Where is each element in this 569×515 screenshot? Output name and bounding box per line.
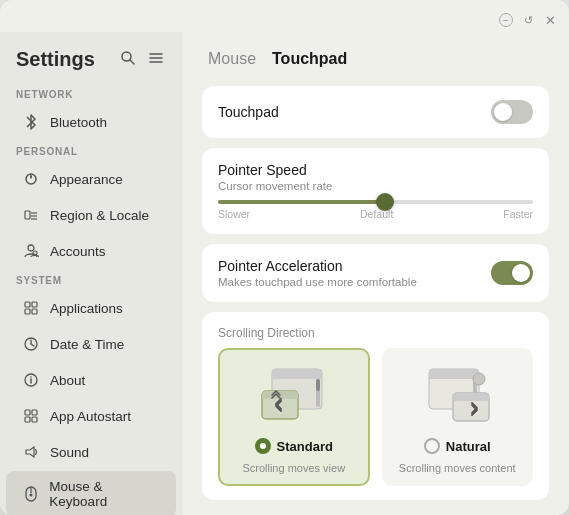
svg-rect-25 [32, 417, 37, 422]
autostart-icon [22, 407, 40, 425]
sidebar-item-region-label: Region & Locale [50, 208, 149, 223]
close-button[interactable]: ✕ [543, 13, 557, 27]
sidebar-item-accounts[interactable]: Accounts [6, 234, 176, 268]
region-icon [22, 206, 40, 224]
pointer-speed-sublabel: Cursor movement rate [218, 180, 533, 192]
pointer-acceleration-label: Pointer Acceleration [218, 258, 417, 274]
sidebar-item-mouse-label: Mouse & Keyboard [49, 479, 160, 509]
sidebar-item-datetime[interactable]: Date & Time [6, 327, 176, 361]
sidebar-item-autostart[interactable]: App Autostart [6, 399, 176, 433]
refresh-button[interactable]: ↺ [521, 13, 535, 27]
minimize-button[interactable]: − [499, 13, 513, 27]
sidebar-title: Settings [16, 48, 95, 71]
svg-marker-26 [26, 447, 34, 457]
sidebar-item-datetime-label: Date & Time [50, 337, 124, 352]
section-personal-label: PERSONAL [0, 140, 182, 161]
standard-footer: Standard [255, 438, 333, 454]
slider-row: Slower Default Faster [218, 200, 533, 220]
svg-rect-6 [25, 211, 30, 219]
scrolling-direction-card: Scrolling Direction [202, 312, 549, 500]
sidebar-item-about[interactable]: About [6, 363, 176, 397]
svg-rect-45 [453, 398, 489, 401]
pointer-acceleration-row: Pointer Acceleration Makes touchpad use … [218, 258, 533, 288]
natural-radio [424, 438, 440, 454]
sidebar-item-applications[interactable]: Applications [6, 291, 176, 325]
svg-point-21 [30, 376, 32, 378]
sidebar-header: Settings [0, 40, 182, 83]
natural-name: Natural [446, 439, 491, 454]
mouse-icon [22, 485, 39, 503]
svg-rect-24 [25, 417, 30, 422]
sound-icon [22, 443, 40, 461]
svg-point-29 [29, 494, 32, 497]
search-button[interactable] [118, 48, 138, 71]
toggle-knob [494, 103, 512, 121]
pointer-speed-slider[interactable] [218, 200, 533, 204]
list-button[interactable] [146, 48, 166, 71]
svg-rect-14 [25, 309, 30, 314]
slider-max-label: Faster [503, 208, 533, 220]
svg-point-46 [473, 373, 485, 385]
slider-labels: Slower Default Faster [218, 208, 533, 220]
tab-mouse[interactable]: Mouse [202, 48, 262, 70]
touchpad-enable-label: Touchpad [218, 104, 279, 120]
natural-footer: Natural [424, 438, 491, 454]
svg-rect-32 [272, 375, 322, 379]
applications-icon [22, 299, 40, 317]
svg-rect-13 [32, 302, 37, 307]
acceleration-toggle-knob [512, 264, 530, 282]
sidebar-item-appearance-label: Appearance [50, 172, 123, 187]
pointer-speed-card: Pointer Speed Cursor movement rate Slowe… [202, 148, 549, 234]
titlebar: − ↺ ✕ [0, 0, 569, 32]
sidebar-item-applications-label: Applications [50, 301, 123, 316]
bluetooth-icon [22, 113, 40, 131]
section-system-label: SYSTEM [0, 269, 182, 290]
sidebar-item-sound[interactable]: Sound [6, 435, 176, 469]
datetime-icon [22, 335, 40, 353]
appearance-icon [22, 170, 40, 188]
touchpad-toggle[interactable] [491, 100, 533, 124]
pointer-acceleration-sublabel: Makes touchpad use more comfortable [218, 276, 417, 288]
sidebar: Settings [0, 32, 182, 515]
svg-line-1 [130, 60, 134, 64]
scroll-option-standard[interactable]: Standard Scrolling moves view [218, 348, 370, 486]
pointer-acceleration-toggle[interactable] [491, 261, 533, 285]
sidebar-item-appearance[interactable]: Appearance [6, 162, 176, 196]
slider-min-label: Slower [218, 208, 250, 220]
search-icon [120, 50, 136, 66]
standard-name: Standard [277, 439, 333, 454]
scroll-option-natural[interactable]: Natural Scrolling moves content [382, 348, 534, 486]
main-content: Settings [0, 32, 569, 515]
pointer-acceleration-card: Pointer Acceleration Makes touchpad use … [202, 244, 549, 302]
sidebar-header-icons [118, 48, 166, 71]
pointer-acceleration-text: Pointer Acceleration Makes touchpad use … [218, 258, 417, 288]
sidebar-item-mouse[interactable]: Mouse & Keyboard [6, 471, 176, 515]
list-icon [148, 50, 164, 66]
sidebar-item-autostart-label: App Autostart [50, 409, 131, 424]
sidebar-item-bluetooth-label: Bluetooth [50, 115, 107, 130]
slider-fill [218, 200, 391, 204]
svg-point-10 [28, 245, 34, 251]
about-icon [22, 371, 40, 389]
sidebar-item-about-label: About [50, 373, 85, 388]
svg-rect-22 [25, 410, 30, 415]
svg-line-18 [31, 344, 34, 346]
svg-rect-34 [316, 379, 320, 391]
sidebar-item-bluetooth[interactable]: Bluetooth [6, 105, 176, 139]
standard-desc: Scrolling moves view [242, 462, 345, 474]
touchpad-enable-row: Touchpad [218, 100, 533, 124]
sidebar-item-sound-label: Sound [50, 445, 89, 460]
touchpad-enable-card: Touchpad [202, 86, 549, 138]
tab-touchpad[interactable]: Touchpad [266, 48, 353, 70]
slider-thumb [376, 193, 394, 211]
sidebar-item-region[interactable]: Region & Locale [6, 198, 176, 232]
standard-illustration [254, 360, 334, 430]
pointer-speed-label: Pointer Speed [218, 162, 533, 178]
panel-tabs: Mouse Touchpad [202, 48, 549, 70]
natural-illustration [417, 360, 497, 430]
sidebar-item-accounts-label: Accounts [50, 244, 106, 259]
scrolling-direction-label: Scrolling Direction [218, 326, 533, 340]
natural-desc: Scrolling moves content [399, 462, 516, 474]
svg-rect-23 [32, 410, 37, 415]
standard-radio [255, 438, 271, 454]
